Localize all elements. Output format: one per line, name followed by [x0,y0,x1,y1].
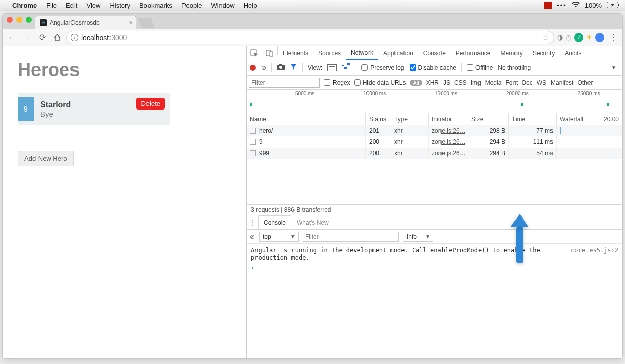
filter-type-other[interactable]: Other [577,79,593,86]
disable-cache-checkbox[interactable]: Disable cache [410,64,456,71]
regex-checkbox[interactable]: Regex [324,79,350,86]
tab-audits[interactable]: Audits [560,46,586,60]
filter-type-font[interactable]: Font [505,79,518,86]
table-row[interactable]: hero/ 201 xhr zone.js:26… 298 B 77 ms [247,125,622,136]
filter-type-xhr[interactable]: XHR [426,79,439,86]
close-window-button[interactable] [7,17,13,23]
back-button[interactable]: ← [6,31,18,44]
menubar-bookmarks[interactable]: Bookmarks [139,2,172,9]
filter-type-ws[interactable]: WS [537,79,546,86]
col-initiator[interactable]: Initiator [429,113,468,125]
filter-toggle-icon[interactable] [290,63,297,72]
table-row[interactable]: 9 200 xhr zone.js:26… 294 B 111 ms [247,136,622,148]
filter-type-img[interactable]: Img [471,79,481,86]
browser-tab[interactable]: ⚛ AngularCosmosdb × [35,16,136,29]
table-row[interactable]: 999 200 xhr zone.js:26… 294 B 54 ms [247,148,622,159]
device-toolbar-icon[interactable] [262,46,277,60]
col-type[interactable]: Type [391,113,429,125]
clear-icon[interactable]: ⊘ [261,64,266,71]
svg-rect-7 [279,64,282,65]
filter-type-manifest[interactable]: Manifest [550,79,573,86]
close-tab-icon[interactable]: × [129,19,133,26]
console-context-select[interactable]: top▼ [259,232,299,242]
throttling-select[interactable]: No throttling [498,64,531,71]
zoom-window-button[interactable] [26,17,32,23]
console-level-select[interactable]: Info▼ [403,232,433,242]
hide-data-urls-checkbox[interactable]: Hide data URLs [354,79,406,86]
menubar-view[interactable]: View [86,2,100,9]
wifi-icon[interactable] [572,2,580,9]
col-size[interactable]: Size [468,113,509,125]
status-more-icon[interactable]: ••• [557,2,567,9]
filter-type-media[interactable]: Media [485,79,502,86]
col-name[interactable]: Name [247,113,366,125]
chrome-menu-button[interactable]: ⋮ [607,31,619,44]
status-app-icon[interactable] [544,2,552,9]
devtools-tabs: Elements Sources Network Application Con… [247,46,622,60]
record-icon[interactable] [250,65,256,71]
extension-icon[interactable]: ◴ [566,33,571,41]
filter-type-doc[interactable]: Doc [522,79,532,86]
console-filter-input[interactable] [303,232,399,242]
overview-icon[interactable] [342,63,351,72]
extension-icon[interactable] [595,33,604,42]
timeline-tick: 15000 ms [435,91,457,96]
tab-console[interactable]: Console [418,46,451,60]
console-prompt-icon[interactable]: › [251,264,254,271]
drawer-tab-console[interactable]: Console [258,215,291,229]
tab-application[interactable]: Application [378,46,418,60]
menubar-history[interactable]: History [109,2,130,9]
tab-security[interactable]: Security [528,46,560,60]
extension-icon[interactable]: ◑ [557,33,563,41]
extension-icon[interactable]: ✶ [586,33,592,41]
col-status[interactable]: Status [366,113,391,125]
add-hero-button[interactable]: Add New Hero [18,151,74,166]
home-button[interactable] [51,31,63,44]
preserve-log-checkbox[interactable]: Preserve log [361,64,404,71]
bookmark-star-icon[interactable]: ☆ [543,33,549,42]
tab-performance[interactable]: Performance [451,46,496,60]
filter-input[interactable] [249,78,320,88]
menubar-window[interactable]: Window [211,2,234,9]
offline-checkbox[interactable]: Offline [467,64,493,71]
tab-sources[interactable]: Sources [313,46,346,60]
large-rows-icon[interactable] [327,64,337,71]
row-checkbox[interactable] [250,150,256,156]
screenshot-icon[interactable] [277,64,285,71]
inspect-element-icon[interactable] [247,46,262,60]
row-checkbox[interactable] [250,128,256,134]
menubar-help[interactable]: Help [244,2,258,9]
menubar-edit[interactable]: Edit [66,2,77,9]
col-waterfall[interactable]: Waterfall [557,113,592,125]
network-timeline[interactable]: 5000 ms 10000 ms 15000 ms 20000 ms 25000… [247,90,622,113]
forward-button[interactable]: → [21,31,33,44]
console-output[interactable]: core.es5.js:2 Angular is running in the … [247,244,622,358]
filter-type-all[interactable]: All [410,80,422,86]
chevron-down-icon[interactable]: ▼ [611,65,616,70]
tab-memory[interactable]: Memory [496,46,528,60]
extension-icon[interactable]: ✓ [574,33,583,42]
tab-favicon: ⚛ [40,19,47,26]
drawer-tabs: ⋮ Console What's New [247,215,622,230]
filter-type-css[interactable]: CSS [454,79,467,86]
col-time[interactable]: Time [509,113,557,125]
reload-button[interactable]: ⟳ [36,31,48,44]
drawer-tab-whatsnew[interactable]: What's New [291,215,334,229]
drawer-menu-icon[interactable]: ⋮ [247,219,258,226]
tab-elements[interactable]: Elements [278,46,313,60]
new-tab-button[interactable] [137,18,155,28]
menubar-app[interactable]: Chrome [12,2,37,9]
delete-button[interactable]: Delete [136,98,165,110]
minimize-window-button[interactable] [16,17,22,23]
menubar-people[interactable]: People [181,2,202,9]
battery-percent: 100% [585,2,602,9]
address-bar[interactable]: i localhost:3000 ☆ [66,31,554,44]
menubar-file[interactable]: File [46,2,57,9]
console-message-source[interactable]: core.es5.js:2 [571,247,618,254]
site-info-icon[interactable]: i [71,34,78,41]
row-checkbox[interactable] [250,139,256,145]
tab-network[interactable]: Network [346,46,378,60]
clear-console-icon[interactable]: ⊘ [250,233,255,240]
filter-type-js[interactable]: JS [443,79,450,86]
hero-card[interactable]: 9 Starlord Bye Delete [18,93,170,125]
